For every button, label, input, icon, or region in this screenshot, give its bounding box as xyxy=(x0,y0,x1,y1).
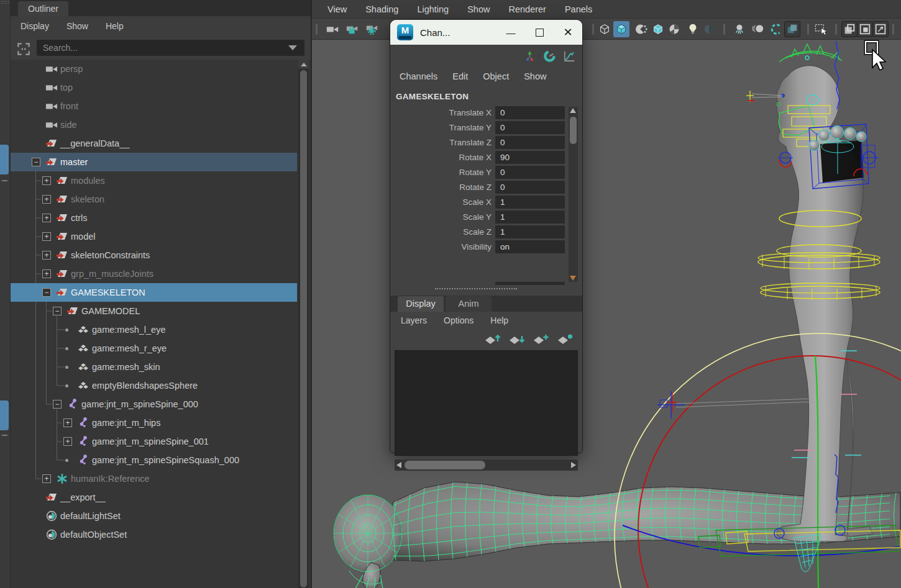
flat-shaded-icon[interactable] xyxy=(633,21,649,37)
viewport-menu-show[interactable]: Show xyxy=(467,4,490,14)
expand-icon[interactable]: + xyxy=(42,195,51,204)
expand-icon[interactable]: + xyxy=(42,176,51,185)
master-circle-control[interactable] xyxy=(615,333,901,588)
motion-blur-icon[interactable] xyxy=(750,21,766,37)
outliner-row-game-mesh-r-eye[interactable]: game:mesh_r_eye xyxy=(11,339,297,358)
channel-value-field-visibility[interactable]: on xyxy=(495,240,565,253)
expand-icon[interactable]: + xyxy=(42,251,51,260)
scroll-up-icon[interactable] xyxy=(570,108,576,113)
expand-icon[interactable]: + xyxy=(42,269,51,278)
outliner-menu-display[interactable]: Display xyxy=(21,21,49,31)
outliner-row-emptyblendshapessphere[interactable]: emptyBlendshapesSphere xyxy=(11,376,297,395)
channel-label[interactable]: Rotate X xyxy=(390,150,492,165)
viewport-menu-renderer[interactable]: Renderer xyxy=(508,4,546,14)
shadows-icon[interactable] xyxy=(702,21,718,37)
outliner-row-master[interactable]: −master xyxy=(11,153,297,171)
layer-add-icon[interactable] xyxy=(533,333,549,345)
channel-box-window[interactable]: M Chan... — ✕ ChannelsEditObjectShow GAM… xyxy=(390,20,582,453)
xray-icon[interactable] xyxy=(784,21,800,37)
layer-add-selected-icon[interactable] xyxy=(557,333,574,345)
panel-tab[interactable] xyxy=(0,145,9,174)
channel-label[interactable]: Translate X xyxy=(390,106,492,120)
isolate-select-icon[interactable] xyxy=(813,21,829,37)
tab-display[interactable]: Display xyxy=(398,296,444,312)
scroll-left-icon[interactable] xyxy=(396,462,401,468)
outliner-row-defaultlightset[interactable]: defaultLightSet xyxy=(11,507,297,525)
camera-lock-icon[interactable] xyxy=(344,21,360,37)
camera-mask-icon[interactable] xyxy=(857,21,873,37)
outliner-row-front[interactable]: front xyxy=(11,97,297,115)
channel-value-field-scale-x[interactable]: 1 xyxy=(495,196,565,209)
snapshot-icon[interactable] xyxy=(872,21,889,37)
channel-label[interactable]: Translate Z xyxy=(390,135,492,150)
channel-value-field-rotate-y[interactable]: 0 xyxy=(495,166,565,179)
filter-icon[interactable] xyxy=(16,41,32,55)
outliner-row-game-jnt-m-spinespinesquash-000[interactable]: game:jnt_m_spineSpineSquash_000 xyxy=(11,451,297,469)
layer-editor-menu-options[interactable]: Options xyxy=(444,315,473,325)
outliner-row-skeleton[interactable]: +skeleton xyxy=(11,190,297,209)
outliner-row-game-jnt-m-spinespine-000[interactable]: −game:jnt_m_spineSpine_000 xyxy=(11,395,297,414)
scroll-up-icon[interactable] xyxy=(298,60,309,69)
scroll-right-icon[interactable] xyxy=(571,462,576,468)
outliner-row-humanik-reference[interactable]: +humanIk:Reference xyxy=(11,469,297,488)
outliner-row-gamemodel[interactable]: −GAMEMODEL xyxy=(11,302,297,320)
outliner-menu-help[interactable]: Help xyxy=(106,21,124,31)
outliner-row-game-mesh-l-eye[interactable]: game:mesh_l_eye xyxy=(11,320,297,339)
collapse-icon[interactable]: − xyxy=(42,288,51,297)
viewport-menu-panels[interactable]: Panels xyxy=(565,4,592,14)
outliner-row-ctrls[interactable]: +ctrls xyxy=(11,209,297,227)
search-dropdown-icon[interactable] xyxy=(288,45,297,50)
expand-icon[interactable]: + xyxy=(42,214,51,222)
camera-gear-icon[interactable] xyxy=(364,21,380,37)
speed-gauge-icon[interactable] xyxy=(543,50,556,63)
viewport-menu-lighting[interactable]: Lighting xyxy=(417,4,449,14)
channel-label[interactable]: Rotate Y xyxy=(390,165,492,180)
outliner-row-generaldata[interactable]: __generalData__ xyxy=(11,134,297,153)
channel-value-field-translate-x[interactable]: 0 xyxy=(495,106,565,119)
center-pivot-icon[interactable] xyxy=(523,50,536,63)
occlusion-icon[interactable] xyxy=(731,21,748,37)
channel-value-field-rotate-x[interactable]: 90 xyxy=(495,151,565,164)
layer-editor-menu-layers[interactable]: Layers xyxy=(401,315,427,325)
expand-icon[interactable]: + xyxy=(42,232,51,241)
layer-move-up-icon[interactable] xyxy=(484,333,501,345)
channel-label[interactable]: Scale X xyxy=(390,195,492,210)
channel-box-menu-channels[interactable]: Channels xyxy=(400,71,437,81)
channel-box-vertical-scrollbar[interactable] xyxy=(569,107,578,282)
collapse-icon[interactable]: − xyxy=(53,400,62,409)
channel-box-menu-show[interactable]: Show xyxy=(524,71,546,81)
outliner-row-model[interactable]: +model xyxy=(11,227,297,246)
channel-label[interactable]: Scale Y xyxy=(390,210,492,225)
channel-value-field-scale-z[interactable]: 1 xyxy=(495,225,565,238)
outliner-row-game-jnt-m-hips[interactable]: +game:jnt_m_hips xyxy=(11,414,297,432)
textured-icon[interactable] xyxy=(666,21,682,37)
channel-label[interactable]: Rotate Z xyxy=(390,180,492,195)
channel-value-field-rotate-z[interactable]: 0 xyxy=(495,181,565,194)
outliner-vertical-scrollbar[interactable] xyxy=(298,60,309,588)
expand-icon[interactable]: + xyxy=(63,437,72,446)
outliner-row-skeletonconstraints[interactable]: +skeletonConstraints xyxy=(11,246,297,265)
collapse-icon[interactable]: − xyxy=(53,307,62,315)
channel-value-field-scale-y[interactable]: 1 xyxy=(495,210,565,224)
outliner-row-persp[interactable]: persp xyxy=(11,60,297,78)
camera-icon[interactable] xyxy=(324,21,341,37)
maximize-button[interactable] xyxy=(525,20,554,45)
expand-icon[interactable]: + xyxy=(42,474,51,483)
outliner-row-grp-m-musclejoints[interactable]: +grp_m_muscleJoints xyxy=(11,265,297,283)
layer-move-down-icon[interactable] xyxy=(508,333,525,345)
outliner-row-modules[interactable]: +modules xyxy=(11,171,297,190)
channel-value-field-translate-z[interactable]: 0 xyxy=(495,136,565,149)
expand-icon[interactable]: + xyxy=(63,418,72,427)
red-circle-control[interactable] xyxy=(638,356,901,588)
outliner-row-export[interactable]: __export__ xyxy=(11,488,297,507)
head-crown-control[interactable] xyxy=(779,44,842,62)
panel-grip-icon[interactable]: ∷∷ xyxy=(1,1,9,7)
smooth-shaded-cube-icon[interactable] xyxy=(613,21,629,37)
scroll-down-icon[interactable] xyxy=(570,276,576,281)
scrollbar-thumb[interactable] xyxy=(570,117,577,144)
tab-anim[interactable]: Anim xyxy=(446,296,492,312)
search-input[interactable] xyxy=(37,40,304,56)
outliner-menu-show[interactable]: Show xyxy=(66,21,88,31)
close-button[interactable]: ✕ xyxy=(554,20,582,45)
channel-label[interactable]: Translate Y xyxy=(390,120,492,135)
